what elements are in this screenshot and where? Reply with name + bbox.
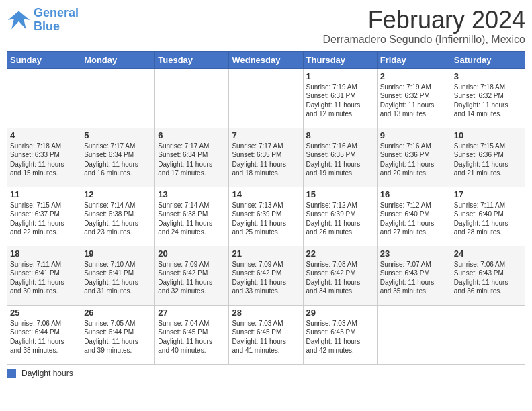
day-number: 18 [10, 248, 78, 259]
col-header-tuesday: Tuesday [155, 51, 229, 68]
week-row-4: 18Sunrise: 7:11 AM Sunset: 6:41 PM Dayli… [7, 246, 525, 305]
day-number: 11 [10, 189, 78, 199]
day-number: 5 [84, 130, 152, 140]
day-info: Sunrise: 7:11 AM Sunset: 6:41 PM Dayligh… [10, 260, 78, 296]
logo: General Blue [7, 7, 79, 34]
calendar-cell: 2Sunrise: 7:19 AM Sunset: 6:32 PM Daylig… [377, 68, 451, 128]
calendar-cell: 15Sunrise: 7:12 AM Sunset: 6:39 PM Dayli… [303, 187, 377, 246]
day-number: 20 [158, 248, 226, 259]
day-info: Sunrise: 7:08 AM Sunset: 6:42 PM Dayligh… [306, 260, 374, 296]
day-number: 19 [84, 248, 152, 259]
day-info: Sunrise: 7:14 AM Sunset: 6:38 PM Dayligh… [158, 201, 226, 237]
day-number: 9 [380, 130, 448, 140]
day-number: 8 [306, 130, 374, 140]
day-info: Sunrise: 7:15 AM Sunset: 6:37 PM Dayligh… [10, 201, 78, 237]
day-info: Sunrise: 7:09 AM Sunset: 6:42 PM Dayligh… [158, 260, 226, 296]
day-info: Sunrise: 7:14 AM Sunset: 6:38 PM Dayligh… [84, 201, 152, 237]
calendar-cell: 24Sunrise: 7:06 AM Sunset: 6:43 PM Dayli… [451, 246, 525, 305]
day-info: Sunrise: 7:16 AM Sunset: 6:36 PM Dayligh… [380, 142, 448, 178]
calendar-cell: 25Sunrise: 7:06 AM Sunset: 6:44 PM Dayli… [7, 305, 81, 364]
title-area: February 2024 Derramadero Segundo (Infie… [323, 7, 525, 46]
day-info: Sunrise: 7:12 AM Sunset: 6:39 PM Dayligh… [306, 201, 374, 237]
calendar-table: SundayMondayTuesdayWednesdayThursdayFrid… [7, 51, 525, 365]
day-info: Sunrise: 7:09 AM Sunset: 6:42 PM Dayligh… [232, 260, 300, 296]
calendar-cell: 27Sunrise: 7:04 AM Sunset: 6:45 PM Dayli… [155, 305, 229, 364]
footer: Daylight hours [7, 369, 525, 378]
location-title: Derramadero Segundo (Infiernillo), Mexic… [323, 34, 525, 46]
col-header-wednesday: Wednesday [229, 51, 303, 68]
day-info: Sunrise: 7:17 AM Sunset: 6:34 PM Dayligh… [84, 142, 152, 178]
day-info: Sunrise: 7:18 AM Sunset: 6:33 PM Dayligh… [10, 142, 78, 178]
day-number: 23 [380, 248, 448, 259]
calendar-cell: 17Sunrise: 7:11 AM Sunset: 6:40 PM Dayli… [451, 187, 525, 246]
calendar-cell: 22Sunrise: 7:08 AM Sunset: 6:42 PM Dayli… [303, 246, 377, 305]
day-number: 21 [232, 248, 300, 259]
day-info: Sunrise: 7:11 AM Sunset: 6:40 PM Dayligh… [454, 201, 522, 237]
day-number: 17 [454, 189, 522, 199]
calendar-cell: 20Sunrise: 7:09 AM Sunset: 6:42 PM Dayli… [155, 246, 229, 305]
calendar-cell [155, 68, 229, 128]
calendar-cell: 26Sunrise: 7:05 AM Sunset: 6:44 PM Dayli… [81, 305, 155, 364]
day-info: Sunrise: 7:10 AM Sunset: 6:41 PM Dayligh… [84, 260, 152, 296]
calendar-cell: 19Sunrise: 7:10 AM Sunset: 6:41 PM Dayli… [81, 246, 155, 305]
calendar-cell: 7Sunrise: 7:17 AM Sunset: 6:35 PM Daylig… [229, 128, 303, 187]
svg-marker-0 [8, 11, 30, 29]
legend-label: Daylight hours [21, 369, 73, 378]
day-number: 7 [232, 130, 300, 140]
col-header-monday: Monday [81, 51, 155, 68]
calendar-cell [377, 305, 451, 364]
day-info: Sunrise: 7:17 AM Sunset: 6:35 PM Dayligh… [232, 142, 300, 178]
calendar-cell: 1Sunrise: 7:19 AM Sunset: 6:31 PM Daylig… [303, 68, 377, 128]
calendar-cell [81, 68, 155, 128]
day-info: Sunrise: 7:15 AM Sunset: 6:36 PM Dayligh… [454, 142, 522, 178]
calendar-cell: 3Sunrise: 7:18 AM Sunset: 6:32 PM Daylig… [451, 68, 525, 128]
calendar-cell [451, 305, 525, 364]
week-row-5: 25Sunrise: 7:06 AM Sunset: 6:44 PM Dayli… [7, 305, 525, 364]
calendar-cell: 4Sunrise: 7:18 AM Sunset: 6:33 PM Daylig… [7, 128, 81, 187]
day-number: 10 [454, 130, 522, 140]
day-number: 24 [454, 248, 522, 259]
day-info: Sunrise: 7:16 AM Sunset: 6:35 PM Dayligh… [306, 142, 374, 178]
day-info: Sunrise: 7:03 AM Sunset: 6:45 PM Dayligh… [306, 319, 374, 355]
calendar-cell: 9Sunrise: 7:16 AM Sunset: 6:36 PM Daylig… [377, 128, 451, 187]
day-number: 28 [232, 308, 300, 318]
day-info: Sunrise: 7:13 AM Sunset: 6:39 PM Dayligh… [232, 201, 300, 237]
calendar-cell: 8Sunrise: 7:16 AM Sunset: 6:35 PM Daylig… [303, 128, 377, 187]
day-info: Sunrise: 7:19 AM Sunset: 6:32 PM Dayligh… [380, 83, 448, 119]
day-number: 6 [158, 130, 226, 140]
day-info: Sunrise: 7:12 AM Sunset: 6:40 PM Dayligh… [380, 201, 448, 237]
day-number: 12 [84, 189, 152, 199]
day-number: 22 [306, 248, 374, 259]
day-number: 29 [306, 308, 374, 318]
calendar-cell: 11Sunrise: 7:15 AM Sunset: 6:37 PM Dayli… [7, 187, 81, 246]
day-number: 4 [10, 130, 78, 140]
day-info: Sunrise: 7:04 AM Sunset: 6:45 PM Dayligh… [158, 319, 226, 355]
col-header-sunday: Sunday [7, 51, 81, 68]
day-info: Sunrise: 7:06 AM Sunset: 6:43 PM Dayligh… [454, 260, 522, 296]
day-number: 2 [380, 71, 448, 81]
calendar-cell: 29Sunrise: 7:03 AM Sunset: 6:45 PM Dayli… [303, 305, 377, 364]
day-info: Sunrise: 7:17 AM Sunset: 6:34 PM Dayligh… [158, 142, 226, 178]
week-row-1: 1Sunrise: 7:19 AM Sunset: 6:31 PM Daylig… [7, 68, 525, 128]
day-number: 16 [380, 189, 448, 199]
calendar-cell: 18Sunrise: 7:11 AM Sunset: 6:41 PM Dayli… [7, 246, 81, 305]
day-number: 27 [158, 308, 226, 318]
logo-icon [7, 8, 31, 32]
day-info: Sunrise: 7:19 AM Sunset: 6:31 PM Dayligh… [306, 83, 374, 119]
calendar-cell [7, 68, 81, 128]
col-header-friday: Friday [377, 51, 451, 68]
day-info: Sunrise: 7:05 AM Sunset: 6:44 PM Dayligh… [84, 319, 152, 355]
calendar-cell: 21Sunrise: 7:09 AM Sunset: 6:42 PM Dayli… [229, 246, 303, 305]
header: General Blue February 2024 Derramadero S… [7, 7, 525, 46]
day-number: 13 [158, 189, 226, 199]
day-number: 1 [306, 71, 374, 81]
col-header-saturday: Saturday [451, 51, 525, 68]
day-info: Sunrise: 7:03 AM Sunset: 6:45 PM Dayligh… [232, 319, 300, 355]
calendar-header: SundayMondayTuesdayWednesdayThursdayFrid… [7, 51, 525, 68]
day-info: Sunrise: 7:07 AM Sunset: 6:43 PM Dayligh… [380, 260, 448, 296]
calendar-cell: 28Sunrise: 7:03 AM Sunset: 6:45 PM Dayli… [229, 305, 303, 364]
calendar-cell [229, 68, 303, 128]
logo-text: General Blue [34, 7, 79, 34]
legend-color-box [7, 369, 16, 378]
day-info: Sunrise: 7:06 AM Sunset: 6:44 PM Dayligh… [10, 319, 78, 355]
